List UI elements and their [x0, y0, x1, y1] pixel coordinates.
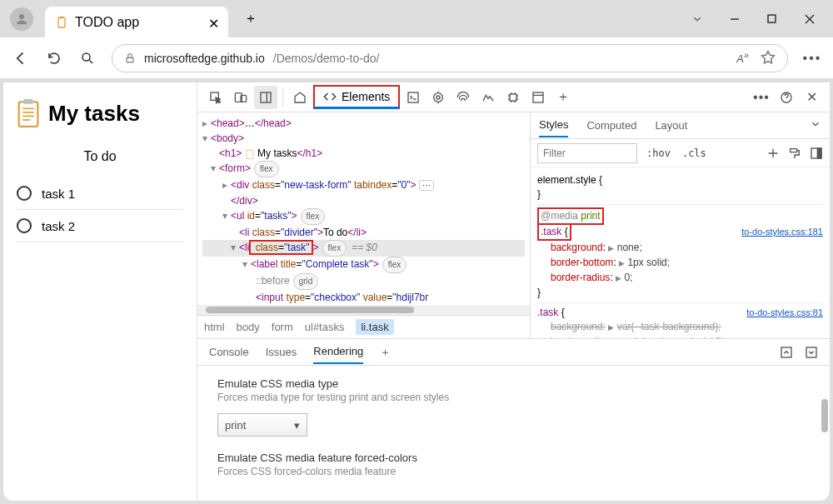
- task-item[interactable]: task 1: [17, 177, 183, 210]
- new-tab-button[interactable]: ＋: [238, 7, 263, 32]
- drawer-content[interactable]: Emulate CSS media type Forces media type…: [197, 366, 830, 501]
- search-button[interactable]: [78, 49, 97, 67]
- svg-rect-21: [408, 92, 418, 102]
- browser-tab[interactable]: TODO app ✕: [45, 7, 228, 37]
- svg-rect-35: [533, 92, 543, 102]
- inspect-icon[interactable]: [204, 86, 227, 109]
- computed-icon[interactable]: [810, 147, 823, 160]
- drawer-tabs: Console Issues Rendering ＋: [197, 339, 830, 366]
- clipboard-icon: [17, 99, 40, 127]
- svg-rect-11: [23, 99, 32, 104]
- more-button[interactable]: •••: [803, 49, 821, 67]
- breadcrumb-item[interactable]: form: [272, 321, 293, 333]
- svg-rect-1: [58, 17, 65, 27]
- chevron-down-icon: ▾: [294, 419, 300, 432]
- welcome-icon[interactable]: [288, 86, 312, 109]
- more-tools-icon[interactable]: •••: [750, 86, 773, 109]
- tab-layout[interactable]: Layout: [655, 114, 687, 137]
- back-button[interactable]: [12, 49, 30, 67]
- new-rule-icon[interactable]: [766, 147, 780, 160]
- svg-point-22: [436, 96, 440, 99]
- cls-button[interactable]: .cls: [680, 146, 709, 161]
- chevron-down-icon[interactable]: [810, 118, 821, 130]
- filter-input[interactable]: [537, 143, 637, 163]
- hov-button[interactable]: :hov: [644, 146, 673, 161]
- favorite-icon[interactable]: [761, 50, 776, 65]
- media-type-select[interactable]: print ▾: [217, 413, 307, 437]
- tab-computed[interactable]: Computed: [586, 114, 636, 137]
- collapse-drawer-icon[interactable]: [805, 346, 818, 359]
- close-tab-button[interactable]: ✕: [207, 17, 220, 30]
- css-source-link[interactable]: to-do-styles.css:81: [746, 306, 823, 320]
- tab-styles[interactable]: Styles: [539, 113, 568, 137]
- task-radio[interactable]: [17, 186, 32, 201]
- application-icon[interactable]: [526, 86, 550, 109]
- console-icon[interactable]: [402, 86, 425, 109]
- svg-point-0: [19, 14, 24, 19]
- app-panel: My tasks To do task 1 task 2: [3, 82, 197, 501]
- forced-colors-desc: Forces CSS forced-colors media feature: [217, 466, 810, 477]
- styles-tabs: Styles Computed Layout: [531, 112, 830, 139]
- svg-rect-44: [806, 347, 816, 357]
- sources-icon[interactable]: [426, 86, 450, 109]
- profile-icon[interactable]: [10, 7, 33, 31]
- todo-header: To do: [17, 149, 183, 164]
- task-label: task 1: [42, 187, 75, 201]
- svg-point-7: [82, 53, 90, 61]
- styles-panel: Styles Computed Layout :hov .cls: [531, 112, 830, 338]
- close-devtools-icon[interactable]: ✕: [800, 86, 823, 109]
- paint-icon[interactable]: [788, 147, 801, 160]
- tab-title: TODO app: [75, 15, 139, 30]
- minimize-button[interactable]: [716, 7, 753, 32]
- svg-line-8: [89, 60, 92, 63]
- task-radio[interactable]: [17, 218, 32, 233]
- breadcrumb-item[interactable]: body: [237, 321, 260, 333]
- emulate-media-desc: Forces media type for testing print and …: [217, 392, 810, 403]
- drawer-panel: Console Issues Rendering ＋ Emulate CSS m…: [197, 338, 830, 501]
- tab-rendering[interactable]: Rendering: [313, 340, 363, 364]
- close-window-button[interactable]: [791, 7, 828, 32]
- maximize-button[interactable]: [753, 7, 791, 32]
- task-item[interactable]: task 2: [17, 210, 183, 242]
- memory-icon[interactable]: [501, 86, 525, 109]
- address-bar: microsoftedge.github.io/Demos/demo-to-do…: [0, 37, 833, 79]
- code-icon: [323, 90, 337, 103]
- svg-rect-10: [19, 102, 38, 126]
- add-drawer-tab[interactable]: ＋: [380, 345, 391, 360]
- styles-filter-row: :hov .cls: [531, 139, 830, 167]
- svg-rect-42: [817, 148, 821, 158]
- svg-rect-9: [127, 57, 133, 62]
- url-field[interactable]: microsoftedge.github.io/Demos/demo-to-do…: [112, 44, 788, 72]
- chevron-down-icon[interactable]: [678, 7, 716, 32]
- dom-panel: ▸<head>…</head> ▾<body> <h1> My tasks</h…: [197, 112, 531, 338]
- breadcrumb-item[interactable]: li.task: [356, 319, 393, 335]
- app-title: My tasks: [17, 99, 183, 127]
- tab-console[interactable]: Console: [209, 341, 249, 363]
- dock-icon[interactable]: [254, 86, 277, 109]
- styles-content[interactable]: element.style { } @media print .task {to…: [531, 167, 830, 338]
- network-icon[interactable]: [451, 86, 475, 109]
- svg-rect-19: [261, 92, 271, 102]
- tab-issues[interactable]: Issues: [266, 341, 297, 363]
- add-tab-icon[interactable]: ＋: [551, 86, 575, 109]
- emulate-media-label: Emulate CSS media type: [217, 377, 810, 390]
- help-icon[interactable]: [775, 86, 798, 109]
- breadcrumb-item[interactable]: html: [204, 321, 225, 333]
- device-icon[interactable]: [229, 86, 252, 109]
- dock-drawer-icon[interactable]: [780, 346, 793, 359]
- browser-tab-bar: TODO app ✕ ＋: [0, 0, 833, 37]
- css-source-link[interactable]: to-do-styles.css:181: [741, 225, 823, 239]
- performance-icon[interactable]: [476, 86, 500, 109]
- devtools-toolbar: Elements ＋ ••• ✕: [197, 82, 830, 112]
- svg-rect-38: [247, 150, 253, 158]
- read-aloud-icon[interactable]: A»: [736, 50, 749, 65]
- lock-icon: [124, 52, 136, 64]
- elements-tab[interactable]: Elements: [313, 85, 400, 109]
- dom-tree[interactable]: ▸<head>…</head> ▾<body> <h1> My tasks</h…: [197, 112, 530, 305]
- horizontal-scrollbar[interactable]: [197, 305, 530, 315]
- breadcrumb-item[interactable]: ul#tasks: [305, 321, 345, 333]
- vertical-scrollbar[interactable]: [821, 399, 828, 432]
- refresh-button[interactable]: [45, 49, 63, 67]
- svg-rect-4: [768, 15, 776, 22]
- forced-colors-label: Emulate CSS media feature forced-colors: [217, 452, 810, 464]
